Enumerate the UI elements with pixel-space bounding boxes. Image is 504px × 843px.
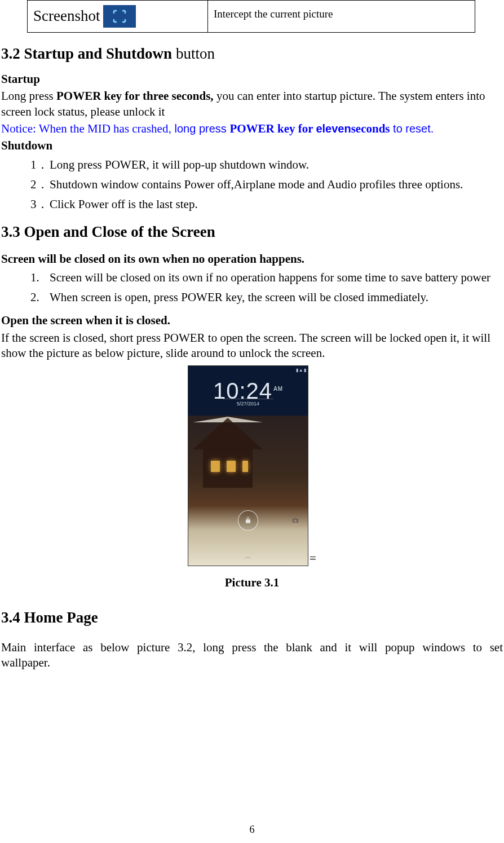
list-item: Long press POWER, it will pop-up shutdow… [50,157,504,173]
list-item: Shutdown window contains Power off,Airpl… [50,177,504,192]
page: Screenshot Intercept the current picture… [0,0,504,843]
shutdown-list: Long press POWER, it will pop-up shutdow… [0,157,504,213]
startup-text-pre: Long press [1,89,56,103]
sec33-list1: Screen will be closed on its own if no o… [0,270,504,306]
notice-bold1: POWER key for [229,122,316,135]
startup-paragraph: Long press POWER key for three seconds, … [0,89,504,120]
notice-eleven: eleven [316,122,351,135]
list-item: Screen will be closed on its own if no o… [50,270,504,285]
shutdown-subhead: Shutdown [0,138,504,153]
status-icons: ▮ ▲ ▮ [296,368,306,373]
time-ampm: AM [273,386,283,392]
list-item: Click Power off is the last step. [50,197,504,212]
sec33-sub2: Open the screen when it is closed. [0,313,504,328]
screenshot-icon [103,5,136,28]
notice-comma: , long press [168,122,229,135]
screenshot-label: Screenshot [33,6,100,26]
startup-text-bold: POWER key for three seconds, [56,89,214,103]
heading-3-2: 3.2 Startup and Shutdown button [0,44,504,64]
list-item: When screen is open, press POWER key, th… [50,290,504,305]
page-number: 6 [0,823,504,836]
cabin-roof [193,418,263,449]
heading-3-4: 3.4 Home Page [0,608,504,628]
heading-3-3: 3.3 Open and Close of the Screen [0,222,504,242]
screenshot-cell: Screenshot [28,1,208,33]
startup-subhead: Startup [0,72,504,87]
sec34-paragraph: Main interface as below picture 3.2, lon… [0,640,504,671]
screenshot-row-table: Screenshot Intercept the current picture [27,0,475,33]
chevron-up-icon: ︿ [188,553,308,562]
screenshot-desc-cell: Intercept the current picture [208,1,475,33]
notice-seconds: seconds [351,122,390,135]
heading-3-2-bold: 3.2 Startup and Shutdown [1,45,172,62]
figure-caption: Picture 3.1 [0,575,504,590]
notice-line: Notice: When the MID has crashed, long p… [0,121,504,136]
equals-sign: = [310,551,316,566]
lockscreen-date: 5/27/2014 [223,399,273,408]
lockscreen-figure: ▮ ▲ ▮ 10:24AM 5/27/2014 ︿ = [0,365,504,566]
camera-icon [285,510,306,531]
cabin-window [227,461,236,472]
sec33-sub1: Screen will be closed on its own when no… [0,251,504,267]
cabin-window [211,461,220,472]
heading-3-2-rest: button [172,45,215,62]
cabin-window [242,461,248,472]
sec33-para2: If the screen is closed, short press POW… [0,330,504,361]
notice-reset: to reset. [390,122,434,135]
lock-icon [238,510,258,531]
lockscreen-image: ▮ ▲ ▮ 10:24AM 5/27/2014 ︿ [188,365,308,566]
notice-pre: Notice: When the MID has crashed [1,122,168,135]
